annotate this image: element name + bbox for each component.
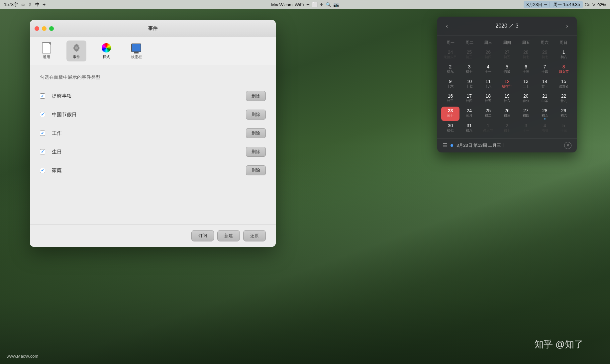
event-item-family: 家庭删除: [40, 163, 266, 178]
cal-day[interactable]: 13二十: [517, 77, 535, 91]
toolbar-label-events: 事件: [73, 54, 80, 59]
cal-day[interactable]: 14廿一: [536, 77, 554, 91]
cal-day[interactable]: 18廿五: [479, 92, 497, 106]
weekday-周日: 周日: [554, 39, 573, 47]
weekday-周二: 周二: [460, 39, 479, 47]
delete-button-reminders[interactable]: 删除: [246, 91, 266, 101]
cal-day[interactable]: 3十一: [517, 122, 535, 136]
checkbox-birthday[interactable]: [40, 149, 45, 154]
cal-day[interactable]: 25初三: [460, 48, 478, 62]
cal-day[interactable]: 24三月: [460, 107, 478, 121]
checkbox-family[interactable]: [40, 168, 45, 173]
cal-day[interactable]: 16廿三: [441, 92, 459, 106]
calendar-footer-text: 3月23日 第13周 二月三十: [457, 142, 505, 148]
cal-day[interactable]: 8妇女节: [555, 63, 573, 77]
word-count: 1578字: [4, 2, 18, 8]
menu-icon: ☰: [443, 142, 447, 148]
delete-button-family[interactable]: 删除: [246, 165, 266, 175]
event-item-reminders: 提醒事项删除: [40, 88, 266, 104]
search-icon[interactable]: 🔍: [326, 2, 331, 7]
cal-day[interactable]: 3初十: [460, 63, 478, 77]
cal-day[interactable]: 9十六: [441, 77, 459, 91]
statusbar-icon: [131, 43, 142, 53]
cal-day[interactable]: 28初七: [517, 48, 535, 62]
menubar-right: 3月23日 三十 周一 15:49:35 Cc V 92%: [524, 1, 606, 8]
cal-day[interactable]: 21白羊: [536, 92, 554, 106]
cal-day[interactable]: 23三十: [441, 107, 459, 121]
toolbar-item-events[interactable]: 事件: [66, 41, 86, 61]
delete-button-cn_holidays[interactable]: 删除: [246, 110, 266, 120]
cal-day[interactable]: 5十三: [555, 122, 573, 136]
emoji-icon: ☺: [21, 2, 25, 7]
cal-day[interactable]: 31初八: [460, 122, 478, 136]
cal-day[interactable]: 24龙抬头节: [441, 48, 459, 62]
weekday-周三: 周三: [479, 39, 498, 47]
cal-day[interactable]: 12植树节: [498, 77, 516, 91]
cal-day[interactable]: 22廿九: [555, 92, 573, 106]
cal-day[interactable]: 27初四: [517, 107, 535, 121]
wifi-icon: WiFi: [295, 2, 304, 7]
cal-day[interactable]: 7十四: [536, 63, 554, 77]
event-name-birthday: 生日: [52, 149, 246, 155]
calendar-header: ‹ 2020 ／ 3 ›: [437, 17, 577, 36]
cal-day[interactable]: 11十八: [479, 77, 497, 91]
cal-day[interactable]: 2初九: [441, 63, 459, 77]
menubar: 1578字 ☺ 🎙 中 ✦ MacW.com WiFi ✦ ⬜ ✈ 🔍 📷 3月…: [0, 0, 610, 9]
input-method: 中: [35, 2, 40, 8]
veertu-icon: V: [592, 2, 595, 7]
event-name-work: 工作: [52, 130, 246, 136]
weekday-周五: 周五: [516, 39, 535, 47]
cal-day[interactable]: 30初七: [441, 122, 459, 136]
delete-button-birthday[interactable]: 删除: [246, 147, 266, 157]
cal-day[interactable]: 4清明: [536, 122, 554, 136]
delete-button-work[interactable]: 删除: [246, 128, 266, 138]
calendar-grid: 周一周二周三周四周五周六周日 24龙抬头节25初三26初四27初五28初七29初…: [437, 36, 577, 138]
subscribe-button[interactable]: 订阅: [191, 230, 214, 241]
restore-button[interactable]: 还原: [243, 230, 266, 241]
cal-day[interactable]: 10十七: [460, 77, 478, 91]
cal-day[interactable]: 1愚人节: [479, 122, 497, 136]
toolbar-item-statusbar[interactable]: 状态栏: [126, 41, 146, 61]
calendar-next[interactable]: ›: [563, 21, 571, 31]
event-dot: [451, 144, 453, 147]
calendar-footer: ☰ 3月23日 第13周 二月三十 ✕: [437, 138, 577, 152]
cal-day[interactable]: 19廿六: [498, 92, 516, 106]
event-item-work: 工作删除: [40, 126, 266, 141]
cal-day[interactable]: 4十一: [479, 63, 497, 77]
checkbox-reminders[interactable]: [40, 93, 45, 99]
cal-day[interactable]: 26初三: [498, 107, 516, 121]
siri-icon: ✦: [42, 2, 46, 7]
cal-day[interactable]: 15消费者: [555, 77, 573, 91]
cal-day[interactable]: 25初二: [479, 107, 497, 121]
cal-day[interactable]: 27初五: [498, 48, 516, 62]
toolbar-item-style[interactable]: 样式: [96, 41, 116, 61]
cal-day[interactable]: 17廿四: [460, 92, 478, 106]
toolbar-item-general[interactable]: 通用: [37, 41, 56, 61]
menubar-center: MacW.com WiFi ✦ ⬜ ✈ 🔍 📷: [271, 2, 339, 7]
event-item-cn_holidays: 中国节假日删除: [40, 107, 266, 122]
cal-day[interactable]: 26初四: [479, 48, 497, 62]
section-title: 勾选在面板中展示的事件类型: [40, 74, 266, 80]
window-toolbar: 通用 事件 样式 状态栏: [30, 37, 276, 65]
cal-day[interactable]: 1初八: [555, 48, 573, 62]
cal-day[interactable]: 6十三: [517, 63, 535, 77]
event-name-cn_holidays: 中国节假日: [52, 112, 246, 118]
window-controls: [35, 26, 54, 31]
checkbox-work[interactable]: [40, 131, 45, 136]
checkbox-cn_holidays[interactable]: [40, 112, 45, 117]
new-button[interactable]: 新建: [217, 230, 240, 241]
close-button[interactable]: [35, 26, 39, 31]
cal-day[interactable]: 28初五: [536, 107, 554, 121]
cal-day[interactable]: 29初七: [536, 48, 554, 62]
cal-day[interactable]: 20春分: [517, 92, 535, 106]
maximize-button[interactable]: [49, 26, 54, 31]
cal-day[interactable]: 5惊蛰: [498, 63, 516, 77]
calendar-close-button[interactable]: ✕: [564, 142, 571, 149]
general-icon: [41, 43, 52, 53]
battery: 92%: [597, 2, 606, 7]
mic-icon: 🎙: [28, 2, 33, 7]
cal-day[interactable]: 29初六: [555, 107, 573, 121]
calendar-prev[interactable]: ‹: [443, 21, 451, 31]
minimize-button[interactable]: [42, 26, 47, 31]
cal-day[interactable]: 2初十: [498, 122, 516, 136]
